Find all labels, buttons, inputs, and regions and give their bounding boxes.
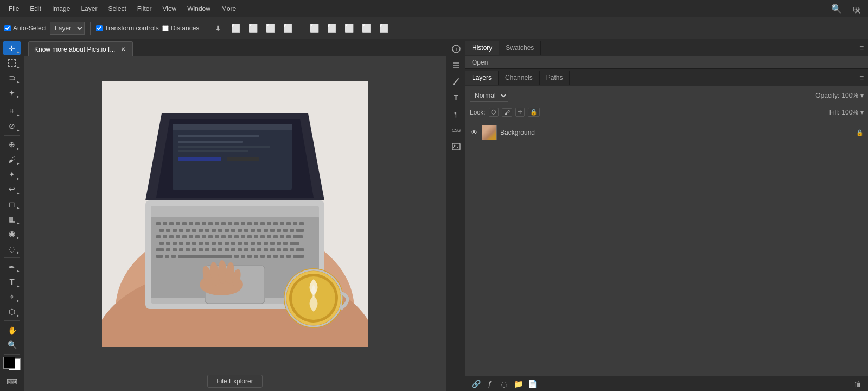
window-close-button[interactable]: ✕	[851, 4, 864, 17]
new-group-btn[interactable]: 📁	[512, 378, 524, 390]
svg-rect-134	[173, 124, 292, 130]
color-swatch[interactable]	[3, 357, 21, 370]
tool-shape[interactable]: ⬡ ▶	[3, 305, 21, 318]
swatches-tab[interactable]: Swatches	[499, 41, 541, 55]
lock-all-btn[interactable]: 🔒	[528, 108, 540, 117]
active-tab[interactable]: Know more about Pics.io f... ✕	[28, 41, 133, 56]
add-mask-btn[interactable]: ◌	[498, 378, 510, 390]
new-layer-btn[interactable]: 📄	[526, 378, 538, 390]
paths-tab[interactable]: Paths	[540, 71, 570, 85]
tool-zoom[interactable]: 🔍	[3, 338, 21, 351]
lock-position-btn[interactable]: ✛	[515, 108, 525, 117]
svg-rect-15	[215, 222, 219, 225]
panel-paragraph-btn[interactable]: ¶	[449, 106, 464, 122]
align-center-btn[interactable]: ⬜	[245, 21, 260, 36]
magic-wand-icon: ✦	[9, 89, 15, 97]
add-style-btn[interactable]: ƒ	[484, 378, 496, 390]
history-item-open[interactable]: Open	[465, 56, 868, 68]
distribute-5-btn[interactable]: ⬜	[376, 21, 391, 36]
svg-rect-53	[169, 235, 174, 238]
tool-eyedropper[interactable]: ⊘ ▶	[3, 119, 21, 133]
menu-view[interactable]: View	[158, 3, 181, 15]
marquee-icon	[8, 59, 16, 67]
tool-gradient[interactable]: ▦ ▶	[3, 212, 21, 225]
svg-rect-136	[178, 141, 243, 143]
canvas-viewport[interactable]	[24, 56, 446, 371]
panel-brush-btn[interactable]	[449, 74, 464, 89]
tool-history-brush[interactable]: ↩ ▶	[3, 182, 21, 196]
fill-arrow[interactable]: ▾	[860, 109, 864, 116]
tool-heal[interactable]: ⊕ ▶	[3, 138, 21, 152]
panel-css-btn[interactable]: CSS	[449, 123, 464, 138]
tool-magic-wand[interactable]: ✦ ▶	[3, 86, 21, 99]
history-panel-tabs: History Swatches ≡	[465, 39, 868, 56]
panel-info-btn[interactable]: i	[449, 41, 464, 56]
panel-options-btn[interactable]	[449, 58, 464, 73]
menu-filter[interactable]: Filter	[133, 3, 156, 15]
history-panel-menu-btn[interactable]: ≡	[855, 41, 868, 54]
file-explorer-button[interactable]: File Explorer	[207, 375, 262, 388]
tool-dodge[interactable]: ◌ ▶	[3, 242, 21, 255]
delete-layer-btn[interactable]: 🗑	[852, 378, 864, 390]
align-right-btn[interactable]: ⬜	[263, 21, 278, 36]
tab-close-button[interactable]: ✕	[119, 46, 127, 53]
tool-path-select[interactable]: ⌖ ▶	[3, 290, 21, 304]
tool-pen[interactable]: ✒ ▶	[3, 260, 21, 274]
transform-controls-checkbox[interactable]	[96, 25, 103, 31]
svg-rect-54	[176, 235, 180, 238]
menu-window[interactable]: Window	[183, 3, 215, 15]
main-area: ✛ ▶ ▶ ⊃ ▶ ✦ ▶ ⌗ ▶ ⊘ ▶ ⊕ ▶ 🖌	[0, 39, 868, 391]
distribute-4-btn[interactable]: ⬜	[359, 21, 374, 36]
tool-crop[interactable]: ⌗ ▶	[3, 104, 21, 118]
svg-rect-39	[225, 229, 229, 232]
lock-transparent-btn[interactable]: ⬡	[489, 108, 499, 117]
tool-hand[interactable]: ✋	[3, 323, 21, 337]
panel-text-btn[interactable]: T	[449, 90, 464, 105]
svg-rect-139	[178, 157, 221, 161]
svg-rect-72	[293, 235, 303, 238]
svg-rect-12	[195, 222, 200, 225]
tool-brush[interactable]: 🖌 ▶	[3, 153, 21, 166]
distances-checkbox[interactable]	[162, 25, 169, 31]
lock-pixels-btn[interactable]: 🖌	[502, 108, 512, 117]
options-icon	[452, 61, 461, 70]
menu-select[interactable]: Select	[104, 3, 130, 15]
layer-item-background[interactable]: 👁 Background 🔒	[465, 122, 868, 143]
search-button[interactable]: 🔍	[829, 1, 844, 16]
menu-image[interactable]: Image	[48, 3, 74, 15]
tool-text[interactable]: T ▶	[3, 275, 21, 288]
history-tab[interactable]: History	[465, 41, 499, 55]
svg-rect-56	[189, 235, 193, 238]
distances-checkbox-label[interactable]: Distances	[162, 24, 200, 32]
tool-lasso[interactable]: ⊃ ▶	[3, 71, 21, 85]
align-download-btn[interactable]: ⬇	[210, 21, 226, 36]
zoom-icon: 🔍	[8, 340, 17, 349]
distribute-2-btn[interactable]: ⬜	[324, 21, 339, 36]
opacity-arrow[interactable]: ▾	[860, 92, 864, 99]
tool-clone[interactable]: ✦ ▶	[3, 167, 21, 181]
distribute-1-btn[interactable]: ⬜	[307, 21, 322, 36]
auto-select-checkbox[interactable]	[4, 25, 11, 31]
menu-layer[interactable]: Layer	[76, 3, 101, 15]
layer-select[interactable]: Layer Group	[50, 22, 85, 35]
distribute-3-btn[interactable]: ⬜	[341, 21, 356, 36]
menu-edit[interactable]: Edit	[25, 3, 46, 15]
align-left-btn[interactable]: ⬜	[228, 21, 243, 36]
tool-eraser[interactable]: ◻ ▶	[3, 197, 21, 211]
auto-select-checkbox-label[interactable]: Auto-Select	[4, 24, 47, 32]
panel-image-btn[interactable]	[449, 139, 464, 154]
menu-more[interactable]: More	[217, 3, 240, 15]
tool-blur[interactable]: ◉ ▶	[3, 227, 21, 241]
blend-mode-select[interactable]: Normal Multiply Screen	[470, 90, 508, 102]
layer-visibility-toggle[interactable]: 👁	[470, 128, 478, 137]
menu-file[interactable]: File	[4, 3, 23, 15]
transform-controls-checkbox-label[interactable]: Transform controls	[96, 24, 159, 32]
tool-shortcuts[interactable]: ⌨	[3, 375, 21, 389]
layers-tab[interactable]: Layers	[465, 71, 499, 85]
align-extra-btn[interactable]: ⬜	[280, 21, 295, 36]
layers-panel-menu-btn[interactable]: ≡	[855, 71, 868, 84]
tool-marquee[interactable]: ▶	[3, 56, 21, 70]
channels-tab[interactable]: Channels	[499, 71, 540, 85]
tool-move[interactable]: ✛ ▶	[3, 41, 21, 55]
link-layers-btn[interactable]: 🔗	[470, 378, 482, 390]
